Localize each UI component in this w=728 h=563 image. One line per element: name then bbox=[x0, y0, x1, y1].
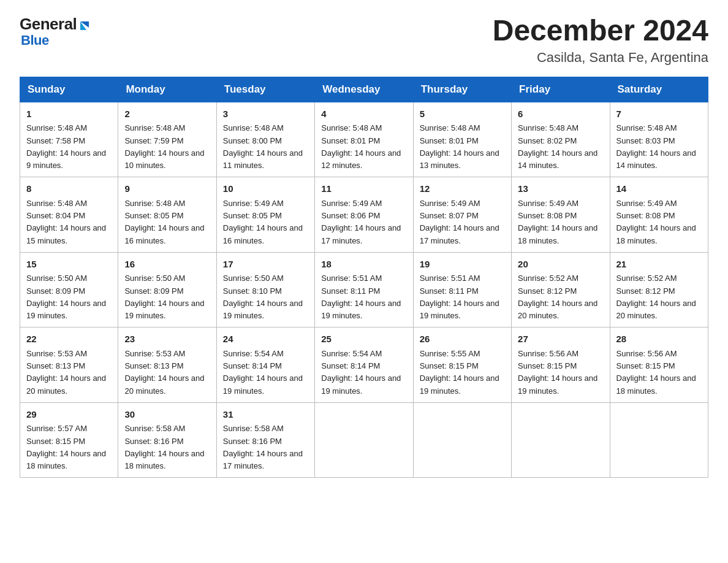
day-number: 6 bbox=[518, 107, 603, 121]
day-number: 20 bbox=[518, 258, 603, 272]
table-row: 15 Sunrise: 5:50 AMSunset: 8:09 PMDaylig… bbox=[20, 252, 118, 327]
day-number: 19 bbox=[420, 258, 505, 272]
col-thursday: Thursday bbox=[413, 77, 511, 102]
day-info: Sunrise: 5:50 AMSunset: 8:09 PMDaylight:… bbox=[26, 274, 106, 320]
table-row: 9 Sunrise: 5:48 AMSunset: 8:05 PMDayligh… bbox=[118, 177, 216, 253]
table-row: 10 Sunrise: 5:49 AMSunset: 8:05 PMDaylig… bbox=[216, 177, 314, 253]
logo-area: General Blue bbox=[20, 15, 91, 48]
day-number: 14 bbox=[616, 182, 702, 196]
day-number: 21 bbox=[616, 258, 702, 272]
day-info: Sunrise: 5:57 AMSunset: 8:15 PMDaylight:… bbox=[26, 424, 106, 470]
day-info: Sunrise: 5:56 AMSunset: 8:15 PMDaylight:… bbox=[616, 349, 696, 396]
day-info: Sunrise: 5:49 AMSunset: 8:06 PMDaylight:… bbox=[321, 199, 401, 245]
table-row bbox=[315, 402, 413, 478]
days-of-week-row: Sunday Monday Tuesday Wednesday Thursday… bbox=[20, 77, 708, 102]
calendar-week-row: 15 Sunrise: 5:50 AMSunset: 8:09 PMDaylig… bbox=[20, 252, 708, 327]
day-number: 2 bbox=[124, 107, 210, 121]
day-number: 11 bbox=[321, 182, 406, 196]
day-number: 5 bbox=[420, 107, 505, 121]
day-number: 1 bbox=[26, 107, 112, 121]
col-friday: Friday bbox=[512, 77, 610, 102]
day-info: Sunrise: 5:48 AMSunset: 7:58 PMDaylight:… bbox=[26, 123, 106, 170]
day-number: 17 bbox=[223, 258, 308, 272]
day-info: Sunrise: 5:50 AMSunset: 8:09 PMDaylight:… bbox=[124, 274, 204, 320]
table-row: 18 Sunrise: 5:51 AMSunset: 8:11 PMDaylig… bbox=[315, 252, 413, 327]
day-number: 29 bbox=[26, 408, 112, 422]
day-info: Sunrise: 5:54 AMSunset: 8:14 PMDaylight:… bbox=[223, 349, 303, 396]
col-tuesday: Tuesday bbox=[216, 77, 314, 102]
day-info: Sunrise: 5:49 AMSunset: 8:07 PMDaylight:… bbox=[420, 199, 499, 245]
day-number: 9 bbox=[124, 182, 210, 196]
calendar-week-row: 22 Sunrise: 5:53 AMSunset: 8:13 PMDaylig… bbox=[20, 327, 708, 403]
logo-blue-text: Blue bbox=[21, 33, 49, 48]
day-number: 3 bbox=[223, 107, 308, 121]
table-row: 28 Sunrise: 5:56 AMSunset: 8:15 PMDaylig… bbox=[610, 327, 708, 403]
day-info: Sunrise: 5:55 AMSunset: 8:15 PMDaylight:… bbox=[420, 349, 499, 396]
day-info: Sunrise: 5:58 AMSunset: 8:16 PMDaylight:… bbox=[124, 424, 204, 470]
day-info: Sunrise: 5:58 AMSunset: 8:16 PMDaylight:… bbox=[223, 424, 303, 470]
table-row: 19 Sunrise: 5:51 AMSunset: 8:11 PMDaylig… bbox=[413, 252, 511, 327]
title-area: December 2024 Casilda, Santa Fe, Argenti… bbox=[493, 15, 708, 66]
table-row: 31 Sunrise: 5:58 AMSunset: 8:16 PMDaylig… bbox=[216, 402, 314, 478]
table-row: 12 Sunrise: 5:49 AMSunset: 8:07 PMDaylig… bbox=[413, 177, 511, 253]
day-info: Sunrise: 5:51 AMSunset: 8:11 PMDaylight:… bbox=[321, 274, 401, 320]
day-info: Sunrise: 5:51 AMSunset: 8:11 PMDaylight:… bbox=[420, 274, 499, 320]
day-info: Sunrise: 5:48 AMSunset: 8:00 PMDaylight:… bbox=[223, 123, 303, 170]
day-info: Sunrise: 5:48 AMSunset: 8:03 PMDaylight:… bbox=[616, 123, 696, 170]
page-header: General Blue December 2024 Casilda, Sant… bbox=[20, 15, 708, 66]
table-row: 11 Sunrise: 5:49 AMSunset: 8:06 PMDaylig… bbox=[315, 177, 413, 253]
day-number: 10 bbox=[223, 182, 308, 196]
day-info: Sunrise: 5:49 AMSunset: 8:08 PMDaylight:… bbox=[518, 199, 597, 245]
col-wednesday: Wednesday bbox=[315, 77, 413, 102]
day-info: Sunrise: 5:52 AMSunset: 8:12 PMDaylight:… bbox=[616, 274, 696, 320]
table-row: 13 Sunrise: 5:49 AMSunset: 8:08 PMDaylig… bbox=[512, 177, 610, 253]
day-info: Sunrise: 5:54 AMSunset: 8:14 PMDaylight:… bbox=[321, 349, 401, 396]
day-number: 27 bbox=[518, 332, 603, 347]
day-info: Sunrise: 5:48 AMSunset: 8:02 PMDaylight:… bbox=[518, 123, 597, 170]
calendar-week-row: 8 Sunrise: 5:48 AMSunset: 8:04 PMDayligh… bbox=[20, 177, 708, 253]
col-sunday: Sunday bbox=[20, 77, 118, 102]
day-info: Sunrise: 5:53 AMSunset: 8:13 PMDaylight:… bbox=[124, 349, 204, 396]
table-row: 21 Sunrise: 5:52 AMSunset: 8:12 PMDaylig… bbox=[610, 252, 708, 327]
table-row: 26 Sunrise: 5:55 AMSunset: 8:15 PMDaylig… bbox=[413, 327, 511, 403]
calendar-week-row: 29 Sunrise: 5:57 AMSunset: 8:15 PMDaylig… bbox=[20, 402, 708, 478]
day-number: 23 bbox=[124, 332, 210, 347]
day-number: 18 bbox=[321, 258, 406, 272]
col-saturday: Saturday bbox=[610, 77, 708, 102]
day-number: 8 bbox=[26, 182, 112, 196]
table-row: 27 Sunrise: 5:56 AMSunset: 8:15 PMDaylig… bbox=[512, 327, 610, 403]
logo-flag-icon bbox=[78, 19, 91, 33]
table-row: 17 Sunrise: 5:50 AMSunset: 8:10 PMDaylig… bbox=[216, 252, 314, 327]
table-row bbox=[413, 402, 511, 478]
day-info: Sunrise: 5:48 AMSunset: 8:01 PMDaylight:… bbox=[420, 123, 499, 170]
day-number: 26 bbox=[420, 332, 505, 347]
location-subtitle: Casilda, Santa Fe, Argentina bbox=[493, 50, 708, 66]
day-number: 4 bbox=[321, 107, 406, 121]
calendar-table: Sunday Monday Tuesday Wednesday Thursday… bbox=[20, 77, 708, 478]
table-row bbox=[512, 402, 610, 478]
logo-general-text: General bbox=[20, 15, 77, 34]
day-info: Sunrise: 5:48 AMSunset: 8:04 PMDaylight:… bbox=[26, 199, 106, 245]
day-info: Sunrise: 5:48 AMSunset: 8:05 PMDaylight:… bbox=[124, 199, 204, 245]
table-row: 8 Sunrise: 5:48 AMSunset: 8:04 PMDayligh… bbox=[20, 177, 118, 253]
logo: General bbox=[20, 15, 91, 34]
day-number: 30 bbox=[124, 408, 210, 422]
table-row: 29 Sunrise: 5:57 AMSunset: 8:15 PMDaylig… bbox=[20, 402, 118, 478]
table-row: 25 Sunrise: 5:54 AMSunset: 8:14 PMDaylig… bbox=[315, 327, 413, 403]
day-number: 24 bbox=[223, 332, 308, 347]
day-number: 28 bbox=[616, 332, 702, 347]
col-monday: Monday bbox=[118, 77, 216, 102]
day-info: Sunrise: 5:49 AMSunset: 8:05 PMDaylight:… bbox=[223, 199, 303, 245]
table-row: 30 Sunrise: 5:58 AMSunset: 8:16 PMDaylig… bbox=[118, 402, 216, 478]
table-row: 24 Sunrise: 5:54 AMSunset: 8:14 PMDaylig… bbox=[216, 327, 314, 403]
day-info: Sunrise: 5:50 AMSunset: 8:10 PMDaylight:… bbox=[223, 274, 303, 320]
table-row: 16 Sunrise: 5:50 AMSunset: 8:09 PMDaylig… bbox=[118, 252, 216, 327]
table-row: 14 Sunrise: 5:49 AMSunset: 8:08 PMDaylig… bbox=[610, 177, 708, 253]
day-number: 13 bbox=[518, 182, 603, 196]
day-number: 16 bbox=[124, 258, 210, 272]
table-row: 2 Sunrise: 5:48 AMSunset: 7:59 PMDayligh… bbox=[118, 102, 216, 177]
day-info: Sunrise: 5:52 AMSunset: 8:12 PMDaylight:… bbox=[518, 274, 597, 320]
day-number: 25 bbox=[321, 332, 406, 347]
table-row: 23 Sunrise: 5:53 AMSunset: 8:13 PMDaylig… bbox=[118, 327, 216, 403]
table-row: 1 Sunrise: 5:48 AMSunset: 7:58 PMDayligh… bbox=[20, 102, 118, 177]
